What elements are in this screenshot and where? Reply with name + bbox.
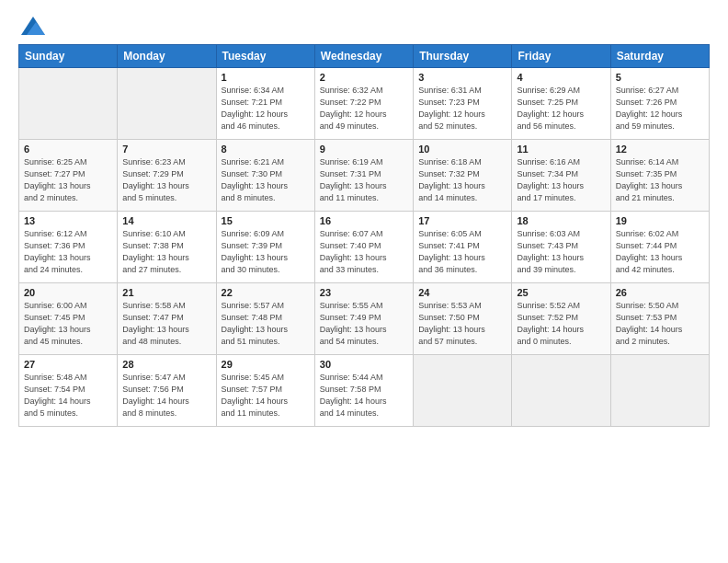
weekday-header-tuesday: Tuesday — [216, 45, 314, 68]
header — [18, 15, 710, 35]
day-detail: Sunrise: 6:09 AM Sunset: 7:39 PM Dayligh… — [222, 228, 310, 276]
day-detail: Sunrise: 6:03 AM Sunset: 7:43 PM Dayligh… — [517, 228, 605, 276]
day-detail: Sunrise: 6:18 AM Sunset: 7:32 PM Dayligh… — [418, 156, 506, 204]
calendar-cell: 14Sunrise: 6:10 AM Sunset: 7:38 PM Dayli… — [118, 212, 216, 283]
calendar-cell: 15Sunrise: 6:09 AM Sunset: 7:39 PM Dayli… — [216, 212, 314, 283]
calendar-cell: 23Sunrise: 5:55 AM Sunset: 7:49 PM Dayli… — [314, 283, 413, 355]
calendar-cell: 12Sunrise: 6:14 AM Sunset: 7:35 PM Dayli… — [610, 140, 709, 212]
day-number: 13 — [24, 215, 112, 226]
day-detail: Sunrise: 6:05 AM Sunset: 7:41 PM Dayligh… — [418, 228, 506, 276]
calendar-cell: 19Sunrise: 6:02 AM Sunset: 7:44 PM Dayli… — [610, 212, 709, 283]
calendar-cell: 18Sunrise: 6:03 AM Sunset: 7:43 PM Dayli… — [512, 212, 610, 283]
day-number: 4 — [517, 72, 605, 83]
day-number: 18 — [517, 215, 605, 226]
calendar-cell: 6Sunrise: 6:25 AM Sunset: 7:27 PM Daylig… — [19, 140, 118, 212]
week-row-3: 13Sunrise: 6:12 AM Sunset: 7:36 PM Dayli… — [19, 212, 710, 283]
calendar-cell: 20Sunrise: 6:00 AM Sunset: 7:45 PM Dayli… — [19, 283, 118, 355]
weekday-header-sunday: Sunday — [19, 45, 118, 68]
day-detail: Sunrise: 6:00 AM Sunset: 7:45 PM Dayligh… — [24, 300, 112, 348]
day-number: 28 — [122, 359, 210, 370]
day-detail: Sunrise: 5:50 AM Sunset: 7:53 PM Dayligh… — [616, 300, 704, 348]
day-number: 3 — [418, 72, 506, 83]
day-number: 26 — [616, 287, 704, 298]
calendar-cell: 24Sunrise: 5:53 AM Sunset: 7:50 PM Dayli… — [414, 283, 512, 355]
calendar-cell: 10Sunrise: 6:18 AM Sunset: 7:32 PM Dayli… — [414, 140, 512, 212]
calendar-table: SundayMondayTuesdayWednesdayThursdayFrid… — [18, 44, 710, 427]
day-number: 14 — [122, 215, 210, 226]
weekday-header-friday: Friday — [512, 45, 610, 68]
calendar-cell: 28Sunrise: 5:47 AM Sunset: 7:56 PM Dayli… — [118, 355, 216, 427]
day-detail: Sunrise: 5:44 AM Sunset: 7:58 PM Dayligh… — [320, 372, 408, 419]
day-detail: Sunrise: 6:16 AM Sunset: 7:34 PM Dayligh… — [517, 156, 605, 204]
calendar-cell — [118, 68, 216, 140]
calendar-cell: 8Sunrise: 6:21 AM Sunset: 7:30 PM Daylig… — [216, 140, 314, 212]
day-detail: Sunrise: 6:23 AM Sunset: 7:29 PM Dayligh… — [122, 156, 210, 204]
day-number: 27 — [24, 359, 112, 370]
day-number: 8 — [222, 144, 310, 155]
day-detail: Sunrise: 6:34 AM Sunset: 7:21 PM Dayligh… — [222, 85, 310, 132]
day-detail: Sunrise: 5:57 AM Sunset: 7:48 PM Dayligh… — [222, 300, 310, 348]
day-number: 25 — [517, 287, 605, 298]
calendar-cell: 26Sunrise: 5:50 AM Sunset: 7:53 PM Dayli… — [610, 283, 709, 355]
week-row-4: 20Sunrise: 6:00 AM Sunset: 7:45 PM Dayli… — [19, 283, 710, 355]
calendar-cell: 9Sunrise: 6:19 AM Sunset: 7:31 PM Daylig… — [314, 140, 413, 212]
logo — [18, 15, 45, 35]
calendar-cell: 2Sunrise: 6:32 AM Sunset: 7:22 PM Daylig… — [314, 68, 413, 140]
calendar-cell: 29Sunrise: 5:45 AM Sunset: 7:57 PM Dayli… — [216, 355, 314, 427]
day-detail: Sunrise: 5:58 AM Sunset: 7:47 PM Dayligh… — [122, 300, 210, 348]
calendar-cell: 7Sunrise: 6:23 AM Sunset: 7:29 PM Daylig… — [118, 140, 216, 212]
day-detail: Sunrise: 5:55 AM Sunset: 7:49 PM Dayligh… — [320, 300, 408, 348]
day-number: 6 — [24, 144, 112, 155]
day-number: 24 — [418, 287, 506, 298]
calendar-cell — [19, 68, 118, 140]
calendar-cell: 17Sunrise: 6:05 AM Sunset: 7:41 PM Dayli… — [414, 212, 512, 283]
calendar-cell — [414, 355, 512, 427]
day-number: 7 — [122, 144, 210, 155]
day-number: 1 — [222, 72, 310, 83]
calendar-cell: 1Sunrise: 6:34 AM Sunset: 7:21 PM Daylig… — [216, 68, 314, 140]
calendar-cell: 3Sunrise: 6:31 AM Sunset: 7:23 PM Daylig… — [414, 68, 512, 140]
week-row-5: 27Sunrise: 5:48 AM Sunset: 7:54 PM Dayli… — [19, 355, 710, 427]
day-number: 12 — [616, 144, 704, 155]
calendar-cell: 16Sunrise: 6:07 AM Sunset: 7:40 PM Dayli… — [314, 212, 413, 283]
day-detail: Sunrise: 6:31 AM Sunset: 7:23 PM Dayligh… — [418, 85, 506, 132]
calendar-cell: 11Sunrise: 6:16 AM Sunset: 7:34 PM Dayli… — [512, 140, 610, 212]
week-row-2: 6Sunrise: 6:25 AM Sunset: 7:27 PM Daylig… — [19, 140, 710, 212]
day-detail: Sunrise: 6:12 AM Sunset: 7:36 PM Dayligh… — [24, 228, 112, 276]
day-detail: Sunrise: 6:27 AM Sunset: 7:26 PM Dayligh… — [616, 85, 704, 132]
calendar-cell: 22Sunrise: 5:57 AM Sunset: 7:48 PM Dayli… — [216, 283, 314, 355]
day-number: 15 — [222, 215, 310, 226]
day-number: 19 — [616, 215, 704, 226]
day-number: 5 — [616, 72, 704, 83]
day-detail: Sunrise: 6:19 AM Sunset: 7:31 PM Dayligh… — [320, 156, 408, 204]
day-number: 29 — [222, 359, 310, 370]
calendar-cell: 25Sunrise: 5:52 AM Sunset: 7:52 PM Dayli… — [512, 283, 610, 355]
day-detail: Sunrise: 6:07 AM Sunset: 7:40 PM Dayligh… — [320, 228, 408, 276]
calendar-cell: 21Sunrise: 5:58 AM Sunset: 7:47 PM Dayli… — [118, 283, 216, 355]
calendar-cell: 5Sunrise: 6:27 AM Sunset: 7:26 PM Daylig… — [610, 68, 709, 140]
day-detail: Sunrise: 5:48 AM Sunset: 7:54 PM Dayligh… — [24, 372, 112, 419]
day-number: 16 — [320, 215, 408, 226]
day-number: 20 — [24, 287, 112, 298]
logo-icon — [21, 17, 45, 35]
calendar-cell — [610, 355, 709, 427]
calendar-cell: 30Sunrise: 5:44 AM Sunset: 7:58 PM Dayli… — [314, 355, 413, 427]
page: SundayMondayTuesdayWednesdayThursdayFrid… — [0, 0, 728, 563]
calendar-cell: 27Sunrise: 5:48 AM Sunset: 7:54 PM Dayli… — [19, 355, 118, 427]
calendar-cell: 13Sunrise: 6:12 AM Sunset: 7:36 PM Dayli… — [19, 212, 118, 283]
day-number: 11 — [517, 144, 605, 155]
day-detail: Sunrise: 6:14 AM Sunset: 7:35 PM Dayligh… — [616, 156, 704, 204]
day-detail: Sunrise: 6:32 AM Sunset: 7:22 PM Dayligh… — [320, 85, 408, 132]
week-row-1: 1Sunrise: 6:34 AM Sunset: 7:21 PM Daylig… — [19, 68, 710, 140]
day-detail: Sunrise: 6:10 AM Sunset: 7:38 PM Dayligh… — [122, 228, 210, 276]
day-detail: Sunrise: 5:45 AM Sunset: 7:57 PM Dayligh… — [222, 372, 310, 419]
day-number: 30 — [320, 359, 408, 370]
day-number: 2 — [320, 72, 408, 83]
day-number: 22 — [222, 287, 310, 298]
day-detail: Sunrise: 6:21 AM Sunset: 7:30 PM Dayligh… — [222, 156, 310, 204]
day-detail: Sunrise: 5:47 AM Sunset: 7:56 PM Dayligh… — [122, 372, 210, 419]
weekday-header-saturday: Saturday — [610, 45, 709, 68]
day-number: 23 — [320, 287, 408, 298]
calendar-cell — [512, 355, 610, 427]
weekday-header-wednesday: Wednesday — [314, 45, 413, 68]
